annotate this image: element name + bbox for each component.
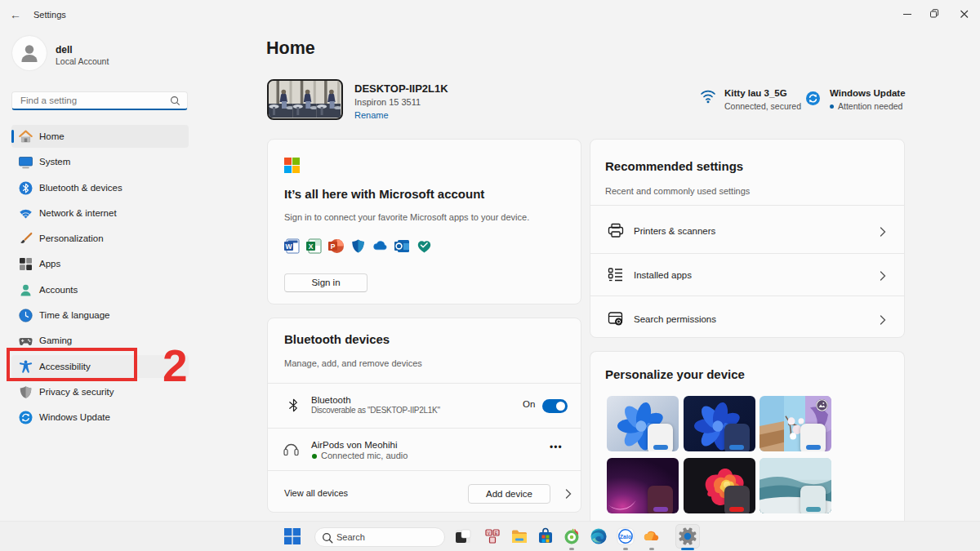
svg-text:W: W (285, 242, 292, 251)
svg-text:P: P (331, 242, 336, 251)
svg-text:Zalo: Zalo (620, 534, 631, 540)
svg-text:X: X (309, 242, 314, 251)
